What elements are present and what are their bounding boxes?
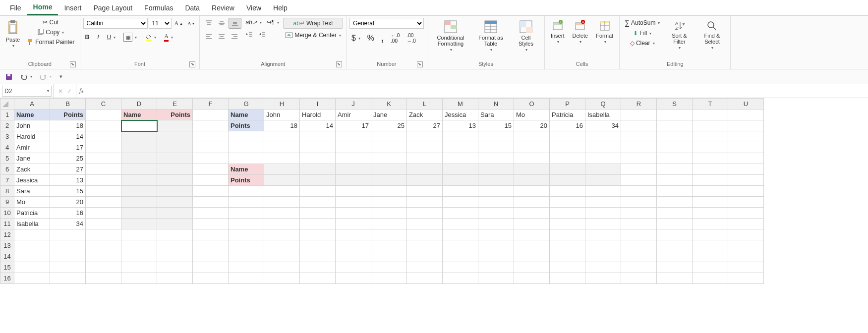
cell-N4[interactable] — [478, 142, 514, 153]
bold-button[interactable]: B — [83, 33, 92, 42]
cell-C14[interactable] — [86, 251, 121, 262]
cell-M5[interactable] — [443, 153, 478, 164]
col-header-L[interactable]: L — [407, 99, 443, 110]
cell-K5[interactable] — [371, 153, 407, 164]
cell-L3[interactable] — [407, 131, 443, 142]
cell-F11[interactable] — [193, 219, 229, 229]
cell-M10[interactable] — [443, 208, 478, 219]
col-header-A[interactable]: A — [14, 99, 50, 110]
cell-E13[interactable] — [157, 240, 193, 251]
cell-P9[interactable] — [550, 197, 585, 208]
menu-file[interactable]: File — [4, 1, 27, 15]
cell-C16[interactable] — [86, 273, 121, 284]
cell-C13[interactable] — [86, 240, 121, 251]
cell-T8[interactable] — [693, 186, 728, 197]
cell-R10[interactable] — [621, 208, 657, 219]
cell-F5[interactable] — [193, 153, 229, 164]
cell-F16[interactable] — [193, 273, 229, 284]
cell-U13[interactable] — [728, 240, 764, 251]
cell-A14[interactable] — [14, 251, 50, 262]
cell-T4[interactable] — [693, 142, 728, 153]
col-header-O[interactable]: O — [514, 99, 550, 110]
align-right-button[interactable] — [229, 32, 240, 42]
cell-B1[interactable]: Points — [50, 110, 86, 120]
cell-P8[interactable] — [550, 186, 585, 197]
cell-K8[interactable] — [371, 186, 407, 197]
text-direction-button[interactable]: ↪¶▾ — [265, 18, 281, 27]
cell-I8[interactable] — [300, 186, 336, 197]
cell-B4[interactable]: 17 — [50, 142, 86, 153]
cell-S2[interactable] — [657, 120, 693, 131]
cell-Q9[interactable] — [585, 197, 621, 208]
cell-T14[interactable] — [693, 251, 728, 262]
row-header-2[interactable]: 2 — [0, 120, 14, 131]
cell-O13[interactable] — [514, 240, 550, 251]
cell-P5[interactable] — [550, 153, 585, 164]
cell-T11[interactable] — [693, 219, 728, 229]
cell-B11[interactable]: 34 — [50, 219, 86, 229]
cell-T5[interactable] — [693, 153, 728, 164]
cell-D10[interactable] — [121, 208, 157, 219]
cell-D14[interactable] — [121, 251, 157, 262]
copy-button[interactable]: Copy ▾ — [25, 28, 76, 37]
align-center-button[interactable] — [216, 32, 228, 42]
cell-E9[interactable] — [157, 197, 193, 208]
cell-L16[interactable] — [407, 273, 443, 284]
cell-D7[interactable] — [121, 175, 157, 186]
format-cells-button[interactable]: Format▾ — [593, 18, 616, 46]
cell-T7[interactable] — [693, 175, 728, 186]
cell-N15[interactable] — [478, 262, 514, 273]
cell-A8[interactable]: Sara — [14, 186, 50, 197]
cell-B7[interactable]: 13 — [50, 175, 86, 186]
percent-button[interactable]: % — [365, 33, 376, 44]
align-left-button[interactable] — [203, 32, 215, 42]
dialog-launcher-icon[interactable]: ⬊ — [336, 61, 342, 67]
cell-D4[interactable] — [121, 142, 157, 153]
italic-button[interactable]: I — [95, 33, 101, 42]
insert-cells-button[interactable]: + Insert▾ — [548, 18, 568, 46]
cell-L9[interactable] — [407, 197, 443, 208]
cell-U14[interactable] — [728, 251, 764, 262]
cell-P1[interactable]: Patricia — [550, 110, 585, 120]
cell-U3[interactable] — [728, 131, 764, 142]
col-header-E[interactable]: E — [157, 99, 193, 110]
cell-Q12[interactable] — [585, 229, 621, 240]
cell-U16[interactable] — [728, 273, 764, 284]
cell-I1[interactable]: Harold — [300, 110, 336, 120]
cell-C3[interactable] — [86, 131, 121, 142]
cell-Q6[interactable] — [585, 164, 621, 175]
cell-S11[interactable] — [657, 219, 693, 229]
cell-A5[interactable]: Jane — [14, 153, 50, 164]
cell-A10[interactable]: Patricia — [14, 208, 50, 219]
cell-N11[interactable] — [478, 219, 514, 229]
number-format-combo[interactable]: General — [349, 18, 424, 29]
cell-M7[interactable] — [443, 175, 478, 186]
cell-D16[interactable] — [121, 273, 157, 284]
cell-M3[interactable] — [443, 131, 478, 142]
cell-A15[interactable] — [14, 262, 50, 273]
cell-O12[interactable] — [514, 229, 550, 240]
enter-formula-button[interactable]: ✓ — [67, 88, 72, 95]
find-select-button[interactable]: Find & Select▾ — [696, 18, 727, 52]
cell-D6[interactable] — [121, 164, 157, 175]
cell-B8[interactable]: 15 — [50, 186, 86, 197]
cell-K11[interactable] — [371, 219, 407, 229]
cell-A3[interactable]: Harold — [14, 131, 50, 142]
dialog-launcher-icon[interactable]: ⬊ — [189, 61, 195, 67]
cell-P2[interactable]: 16 — [550, 120, 585, 131]
cell-G6[interactable]: Name — [229, 164, 264, 175]
row-header-10[interactable]: 10 — [0, 208, 14, 219]
cell-L11[interactable] — [407, 219, 443, 229]
cancel-formula-button[interactable]: ✕ — [58, 88, 63, 95]
cell-T3[interactable] — [693, 131, 728, 142]
cell-G8[interactable] — [229, 186, 264, 197]
cell-G13[interactable] — [229, 240, 264, 251]
cell-G5[interactable] — [229, 153, 264, 164]
cell-O4[interactable] — [514, 142, 550, 153]
cell-H14[interactable] — [264, 251, 300, 262]
delete-cells-button[interactable]: × Delete▾ — [569, 18, 591, 46]
cell-I16[interactable] — [300, 273, 336, 284]
cell-J4[interactable] — [336, 142, 371, 153]
menu-review[interactable]: Review — [206, 1, 240, 15]
cell-T1[interactable] — [693, 110, 728, 120]
